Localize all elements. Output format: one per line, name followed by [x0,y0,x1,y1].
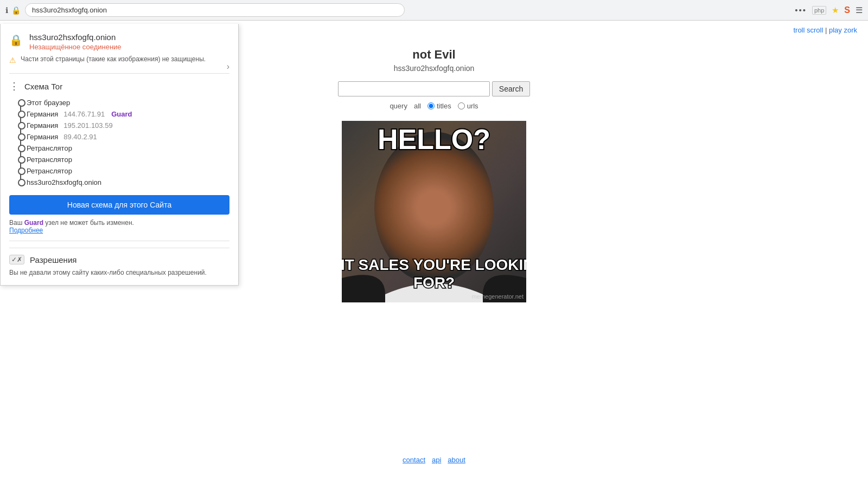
footer-links: contact api about [403,456,465,464]
meme-canvas [342,121,526,302]
browser-nav-icons: ℹ 🔒 [5,6,21,15]
troll-scroll-link[interactable]: troll scroll [793,26,823,34]
tor-node: Германия89.40.2.91 [14,133,229,141]
tor-icon: ⋮ [9,80,19,92]
tor-title-row: ⋮ Схема Tor [9,80,229,92]
address-bar[interactable]: hss3uro2hsxfogfq.onion [25,3,405,17]
permissions-desc: Вы не давали этому сайту каких-либо спец… [9,269,229,276]
meme-image [342,121,526,302]
more-info-link[interactable]: Подробнее [9,227,43,234]
guard-note-suffix: узел не может быть изменен. [45,219,134,227]
tor-node-ip: 195.201.103.59 [63,121,112,130]
php-badge: php [812,6,826,15]
browser-toolbar: ℹ 🔒 hss3uro2hsxfogfq.onion ••• php ★ S ☰ [0,0,868,20]
info-icon[interactable]: ℹ [5,6,8,15]
titles-radio-group[interactable]: titles [427,102,451,110]
panel-arrow-icon[interactable]: › [227,62,229,72]
lock-icon: 🔒 [11,6,21,15]
titles-label: titles [437,102,451,110]
all-label: all [414,102,421,110]
link-separator: | [825,26,829,34]
tor-node: Германия144.76.71.91Guard [14,110,229,118]
tor-node-name: Германия [27,110,58,118]
guard-note-prefix: Ваш [9,219,22,227]
tor-node: Германия195.201.103.59 [14,121,229,130]
tor-node-name: Германия [27,133,58,141]
permissions-icon: ✓✗ [9,255,24,264]
site-info-dropdown: 🔒 hss3uro2hsxfogfq.onion Незащищённое со… [0,24,239,286]
search-options: query all titles urls [390,102,478,110]
sync-icon[interactable]: S [844,5,850,15]
address-bar-text: hss3uro2hsxfogfq.onion [32,6,398,14]
lock-icon: 🔒 [9,34,23,47]
search-input[interactable] [338,81,490,96]
site-subtitle: hss3uro2hsxfogfq.onion [394,64,475,73]
permissions-title: Разрешения [30,255,76,264]
bookmark-star-icon[interactable]: ★ [832,5,839,15]
tor-node: hss3uro2hsxfogfq.onion [14,178,229,186]
about-link[interactable]: about [448,456,465,464]
browser-chrome: ℹ 🔒 hss3uro2hsxfogfq.onion ••• php ★ S ☰… [0,0,868,21]
tor-node-name: Ретранслятор [27,167,72,175]
tor-node: Ретранслятор [14,144,229,152]
urls-radio-group[interactable]: urls [458,102,478,110]
tor-node-name: Ретранслятор [27,156,72,164]
warning-row: ⚠ Части этой страницы (такие как изображ… [9,55,229,64]
tor-node-name: Германия [27,121,58,130]
urls-label: urls [467,102,478,110]
titles-radio[interactable] [427,102,435,109]
urls-radio[interactable] [458,102,465,109]
site-title: not Evil [412,48,455,62]
search-form: Search [338,81,530,96]
tor-node: Ретранслятор [14,156,229,164]
tor-chain: Этот браузерГермания144.76.71.91GuardГер… [9,99,229,186]
tor-title: Схема Tor [24,82,62,91]
tor-node-name: hss3uro2hsxfogfq.onion [27,178,101,186]
tor-schema-section: ⋮ Схема Tor Этот браузерГермания144.76.7… [9,80,229,234]
permissions-section: ✓✗ Разрешения Вы не давали этому сайту к… [9,248,229,276]
search-button[interactable]: Search [492,81,530,96]
api-link[interactable]: api [432,456,441,464]
tor-node: Этот браузер [14,99,229,107]
divider [9,73,229,74]
panel-site-name: hss3uro2hsxfogfq.onion [29,33,122,42]
browser-right-icons: ••• php ★ S ☰ [795,5,863,15]
query-label: query [390,102,407,110]
hamburger-menu-icon[interactable]: ☰ [856,5,863,15]
connection-info-section: 🔒 hss3uro2hsxfogfq.onion Незащищённое со… [9,33,229,64]
divider-2 [9,241,229,241]
tor-node-name: Ретранслятор [27,144,72,152]
panel-site-info: hss3uro2hsxfogfq.onion Незащищённое соед… [29,33,122,51]
tor-node: Ретранслятор [14,167,229,175]
guard-note: Ваш Guard узел не может быть изменен. По… [9,219,229,234]
top-links: troll scroll | play zork [793,26,857,34]
permissions-title-row: ✓✗ Разрешения [9,255,229,264]
contact-link[interactable]: contact [403,456,425,464]
guard-badge: Guard [111,110,132,118]
warning-icon: ⚠ [9,56,16,64]
tor-node-ip: 144.76.71.91 [63,110,105,118]
guard-word: Guard [24,219,43,227]
panel-header: 🔒 hss3uro2hsxfogfq.onion Незащищённое со… [9,33,229,51]
menu-dots-icon[interactable]: ••• [795,5,807,15]
play-zork-link[interactable]: play zork [829,26,857,34]
new-circuit-button[interactable]: Новая схема для этого Сайта [9,195,229,215]
warning-text: Части этой страницы (такие как изображен… [21,55,206,63]
tor-node-ip: 89.40.2.91 [63,133,97,141]
insecure-label: Незащищённое соединение [29,43,122,51]
tor-node-name: Этот браузер [27,99,70,107]
